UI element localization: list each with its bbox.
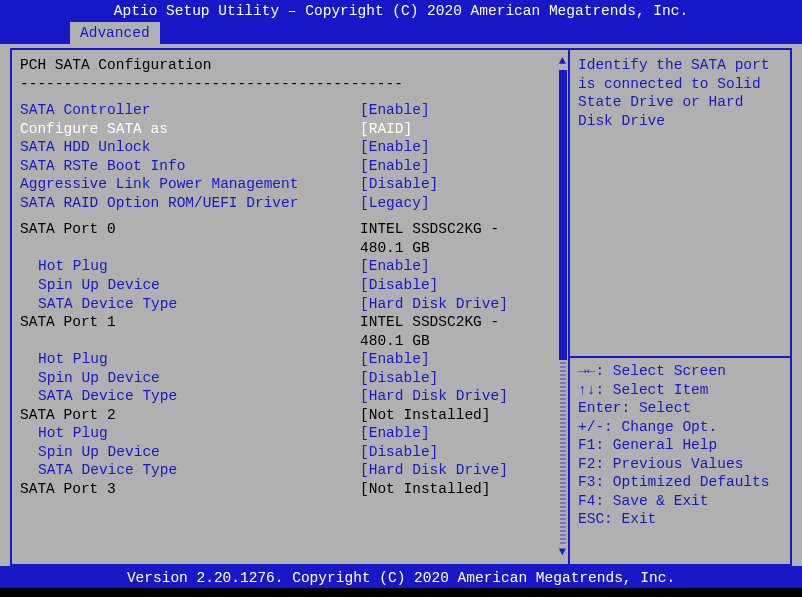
port-sub-row[interactable]: SATA Device Type[Hard Disk Drive] — [20, 295, 564, 314]
port-sub-value[interactable]: [Enable] — [360, 350, 564, 369]
port-sub-value[interactable]: [Enable] — [360, 424, 564, 443]
tab-row: Advanced — [0, 22, 802, 44]
setting-label: Configure SATA as — [20, 120, 360, 139]
title-bar: Aptio Setup Utility – Copyright (C) 2020… — [0, 0, 802, 22]
port-sub-value[interactable]: [Disable] — [360, 443, 564, 462]
key-hint: F2: Previous Values — [578, 455, 782, 474]
scrollbar-thumb[interactable] — [559, 70, 567, 360]
port-row: SATA Port 1INTEL SSDSC2KG - — [20, 313, 564, 332]
setting-row[interactable]: SATA RSTe Boot Info[Enable] — [20, 157, 564, 176]
port-sub-label: Hot Plug — [20, 350, 360, 369]
port-device: INTEL SSDSC2KG - — [360, 313, 564, 332]
port-sub-row[interactable]: Spin Up Device[Disable] — [20, 443, 564, 462]
port-name: SATA Port 2 — [20, 406, 360, 425]
tab-advanced[interactable]: Advanced — [70, 22, 160, 46]
setting-label: SATA RAID Option ROM/UEFI Driver — [20, 194, 360, 213]
port-name: SATA Port 1 — [20, 313, 360, 332]
setting-value[interactable]: [Disable] — [360, 175, 564, 194]
setting-label: SATA HDD Unlock — [20, 138, 360, 157]
port-sub-label: SATA Device Type — [20, 461, 360, 480]
scroll-up-icon[interactable]: ▲ — [559, 54, 566, 69]
port-sub-label: SATA Device Type — [20, 387, 360, 406]
port-name: SATA Port 3 — [20, 480, 360, 499]
port-sub-value[interactable]: [Hard Disk Drive] — [360, 295, 564, 314]
port-sub-label: Spin Up Device — [20, 443, 360, 462]
setting-value[interactable]: [Enable] — [360, 157, 564, 176]
setting-value[interactable]: [Enable] — [360, 138, 564, 157]
setting-label: SATA RSTe Boot Info — [20, 157, 360, 176]
port-device-line2: 480.1 GB — [20, 332, 564, 351]
port-sub-label: Hot Plug — [20, 257, 360, 276]
key-hint: ↑↓: Select Item — [578, 381, 782, 400]
port-sub-row[interactable]: Hot Plug[Enable] — [20, 257, 564, 276]
setting-value[interactable]: [Enable] — [360, 101, 564, 120]
port-row: SATA Port 3[Not Installed] — [20, 480, 564, 499]
footer-bar: Version 2.20.1276. Copyright (C) 2020 Am… — [0, 566, 802, 588]
main-frame: ▲ ▼ PCH SATA Configuration -------------… — [0, 44, 802, 566]
port-sub-label: Spin Up Device — [20, 276, 360, 295]
key-hint: +/-: Change Opt. — [578, 418, 782, 437]
port-sub-row[interactable]: Hot Plug[Enable] — [20, 424, 564, 443]
settings-pane: ▲ ▼ PCH SATA Configuration -------------… — [10, 48, 568, 566]
port-sub-row[interactable]: Spin Up Device[Disable] — [20, 369, 564, 388]
port-sub-row[interactable]: Hot Plug[Enable] — [20, 350, 564, 369]
port-sub-value[interactable]: [Disable] — [360, 276, 564, 295]
key-hint: F1: General Help — [578, 436, 782, 455]
port-sub-value[interactable]: [Enable] — [360, 257, 564, 276]
port-row: SATA Port 2[Not Installed] — [20, 406, 564, 425]
setting-row[interactable]: SATA HDD Unlock[Enable] — [20, 138, 564, 157]
setting-row[interactable]: Configure SATA as[RAID] — [20, 120, 564, 139]
setting-value[interactable]: [Legacy] — [360, 194, 564, 213]
key-help: →←: Select Screen↑↓: Select ItemEnter: S… — [578, 362, 782, 529]
help-divider — [570, 356, 790, 358]
section-divider: ----------------------------------------… — [20, 75, 564, 94]
port-sub-value[interactable]: [Hard Disk Drive] — [360, 461, 564, 480]
port-row: SATA Port 0INTEL SSDSC2KG - — [20, 220, 564, 239]
port-sub-value[interactable]: [Disable] — [360, 369, 564, 388]
setting-row[interactable]: SATA Controller[Enable] — [20, 101, 564, 120]
port-name: SATA Port 0 — [20, 220, 360, 239]
setting-label: SATA Controller — [20, 101, 360, 120]
port-sub-label: Hot Plug — [20, 424, 360, 443]
help-text: Identify the SATA port is connected to S… — [578, 56, 782, 356]
key-hint: ESC: Exit — [578, 510, 782, 529]
port-device: [Not Installed] — [360, 406, 564, 425]
scroll-down-icon[interactable]: ▼ — [559, 545, 566, 560]
port-device-line2: 480.1 GB — [20, 239, 564, 258]
port-device: [Not Installed] — [360, 480, 564, 499]
help-pane: Identify the SATA port is connected to S… — [568, 48, 792, 566]
port-sub-row[interactable]: Spin Up Device[Disable] — [20, 276, 564, 295]
setting-label: Aggressive Link Power Management — [20, 175, 360, 194]
port-sub-row[interactable]: SATA Device Type[Hard Disk Drive] — [20, 387, 564, 406]
port-sub-label: Spin Up Device — [20, 369, 360, 388]
section-title: PCH SATA Configuration — [20, 56, 564, 75]
port-sub-value[interactable]: [Hard Disk Drive] — [360, 387, 564, 406]
setting-row[interactable]: SATA RAID Option ROM/UEFI Driver[Legacy] — [20, 194, 564, 213]
key-hint: Enter: Select — [578, 399, 782, 418]
key-hint: →←: Select Screen — [578, 362, 782, 381]
setting-value[interactable]: [RAID] — [360, 120, 564, 139]
port-sub-row[interactable]: SATA Device Type[Hard Disk Drive] — [20, 461, 564, 480]
key-hint: F3: Optimized Defaults — [578, 473, 782, 492]
setting-row[interactable]: Aggressive Link Power Management[Disable… — [20, 175, 564, 194]
key-hint: F4: Save & Exit — [578, 492, 782, 511]
port-device: INTEL SSDSC2KG - — [360, 220, 564, 239]
port-sub-label: SATA Device Type — [20, 295, 360, 314]
